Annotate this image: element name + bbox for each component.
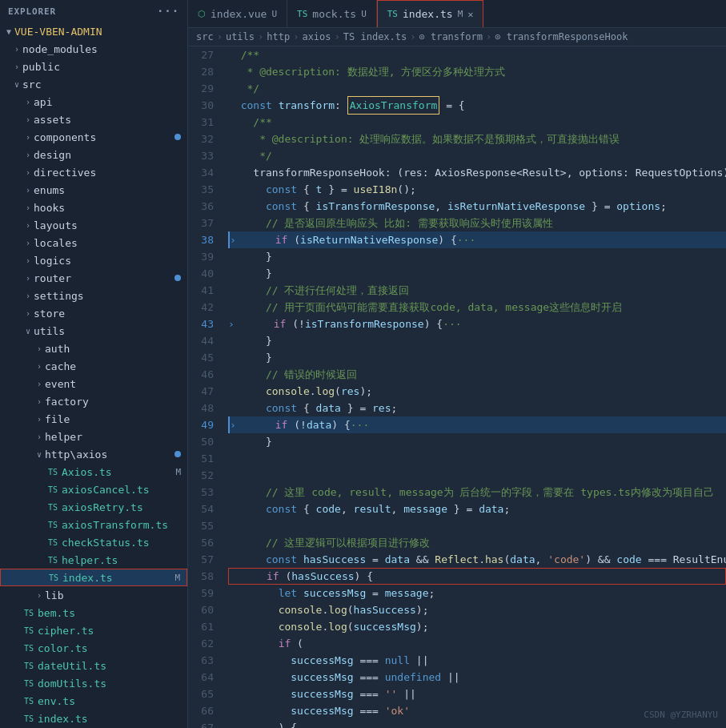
sidebar-item-settings[interactable]: › settings <box>0 287 187 304</box>
code-line-43: › if (!isTransformResponse) {··· <box>228 316 726 332</box>
sidebar-dots[interactable]: ··· <box>157 5 179 18</box>
http-axios-arrow: ∨ <box>34 450 45 459</box>
root-label: VUE-VBEN-ADMIN <box>14 26 102 38</box>
ln-38: 38 <box>195 231 214 248</box>
sidebar-item-assets[interactable]: › assets <box>0 111 187 128</box>
breadcrumb: src › utils › http › axios › TS index.ts… <box>188 28 726 46</box>
sidebar-item-Axios-ts[interactable]: TS Axios.ts M <box>0 463 187 481</box>
sidebar-item-checkStatus-ts[interactable]: TS checkStatus.ts <box>0 533 187 551</box>
sidebar-item-event[interactable]: › event <box>0 375 187 392</box>
sidebar-item-http-axios[interactable]: ∨ http\axios <box>0 445 187 463</box>
code-line-29: */ <box>228 80 726 97</box>
http-axios-label: http\axios <box>45 448 107 461</box>
sidebar-item-components[interactable]: › components <box>0 128 187 146</box>
sidebar-item-domUtils-ts[interactable]: TS domUtils.ts <box>0 674 187 692</box>
sidebar-item-axiosCancel-ts[interactable]: TS axiosCancel.ts <box>0 481 187 498</box>
sidebar-item-dateUtil-ts[interactable]: TS dateUtil.ts <box>0 657 187 674</box>
tab-close-icon[interactable]: ✕ <box>467 9 473 20</box>
fold-43[interactable]: › <box>228 316 235 332</box>
tab-mock-ts[interactable]: TS mock.ts U <box>287 0 377 27</box>
sidebar-item-logics[interactable]: › logics <box>0 251 187 269</box>
bc-utils: utils <box>226 31 255 42</box>
cache-arrow: › <box>34 362 45 371</box>
store-arrow: › <box>22 309 34 318</box>
sidebar-item-color-ts[interactable]: TS color.ts <box>0 639 187 657</box>
ln-37: 37 <box>195 215 214 231</box>
sidebar-item-layouts[interactable]: › layouts <box>0 216 187 234</box>
sidebar-item-src[interactable]: ∨ src <box>0 75 187 93</box>
vue-icon: ⬡ <box>198 9 206 19</box>
layouts-label: layouts <box>34 219 78 231</box>
ln-40: 40 <box>195 265 214 282</box>
sidebar-item-hooks[interactable]: › hooks <box>0 199 187 216</box>
assets-arrow: › <box>22 115 34 124</box>
sidebar-item-cipher-ts[interactable]: TS cipher.ts <box>0 621 187 639</box>
ln-47: 47 <box>195 383 214 400</box>
ln-59: 59 <box>195 585 214 601</box>
hooks-arrow: › <box>22 203 34 212</box>
sidebar-item-factory[interactable]: › factory <box>0 392 187 410</box>
main-editor: ⬡ index.vue U TS mock.ts U TS index.ts M… <box>188 0 726 728</box>
api-arrow: › <box>22 98 34 107</box>
code-line-55 <box>228 517 726 534</box>
code-line-45: } <box>228 349 726 366</box>
ln-64: 64 <box>195 669 214 686</box>
code-line-38: › if (isReturnNativeResponse) {··· <box>228 231 726 248</box>
code-line-30: const transform: AxiosTransform = { <box>228 97 726 114</box>
sidebar-item-index-ts2[interactable]: TS index.ts <box>0 710 187 727</box>
sidebar-item-cache[interactable]: › cache <box>0 357 187 375</box>
ts-icon-11: TS <box>22 662 35 670</box>
axiosTransform-ts-label: axiosTransform.ts <box>62 519 168 531</box>
Axios-ts-label: Axios.ts <box>62 466 112 478</box>
sidebar-item-directives[interactable]: › directives <box>0 163 187 181</box>
auth-label: auth <box>45 343 70 355</box>
code-line-57: const hasSuccess = data && Reflect.has(d… <box>228 551 726 568</box>
sidebar-item-axiosTransform-ts[interactable]: TS axiosTransform.ts <box>0 516 187 533</box>
sidebar-item-lib[interactable]: › lib <box>0 586 187 604</box>
env-ts-label: env.ts <box>38 695 75 707</box>
utils-arrow: ∨ <box>22 327 34 336</box>
sidebar-item-node_modules[interactable]: › node_modules <box>0 40 187 58</box>
tab-index-ts-main[interactable]: TS index.ts M ✕ <box>377 0 484 27</box>
public-label: public <box>22 61 60 73</box>
tab-index-vue[interactable]: ⬡ index.vue U <box>188 0 287 27</box>
sidebar-item-index-ts-selected[interactable]: TS index.ts M <box>0 569 187 586</box>
bc-src: src <box>196 31 214 42</box>
sidebar-item-helper[interactable]: › helper <box>0 428 187 445</box>
sidebar-item-design[interactable]: › design <box>0 146 187 163</box>
ln-58: 58 <box>195 568 214 585</box>
ts-icon-12: TS <box>22 679 35 688</box>
sidebar-item-router[interactable]: › router <box>0 269 187 287</box>
sidebar-item-file[interactable]: › file <box>0 410 187 428</box>
code-line-53: // 这里 code, result, message为 后台统一的字段，需要在… <box>228 484 726 501</box>
sidebar-item-utils[interactable]: ∨ utils <box>0 322 187 340</box>
code-line-34: transformResponseHook: (res: AxiosRespon… <box>228 164 726 181</box>
ts-icon-14: TS <box>22 714 35 723</box>
ln-33: 33 <box>195 147 214 164</box>
ln-62: 62 <box>195 635 214 652</box>
sidebar-item-bem-ts[interactable]: TS bem.ts <box>0 604 187 621</box>
auth-arrow: › <box>34 344 45 353</box>
bc-sep4: › <box>335 31 340 42</box>
sidebar-item-locales[interactable]: › locales <box>0 234 187 251</box>
sidebar-item-enums[interactable]: › enums <box>0 181 187 199</box>
sidebar-item-env-ts[interactable]: TS env.ts <box>0 692 187 710</box>
sidebar-item-axiosRetry-ts[interactable]: TS axiosRetry.ts <box>0 498 187 516</box>
ts-icon-9: TS <box>22 626 35 635</box>
router-dot <box>174 275 181 281</box>
sidebar-item-public[interactable]: › public <box>0 58 187 75</box>
ln-31: 31 <box>195 114 214 131</box>
ln-55: 55 <box>195 517 214 534</box>
sidebar-item-helper-ts[interactable]: TS helper.ts <box>0 551 187 569</box>
public-arrow: › <box>11 62 22 71</box>
sidebar-root[interactable]: ▼ VUE-VBEN-ADMIN <box>0 22 187 40</box>
fold-49[interactable]: › <box>230 416 236 433</box>
sidebar-item-api[interactable]: › api <box>0 93 187 111</box>
bc-hook: ⊙ transformResponseHook <box>495 31 628 42</box>
ln-61: 61 <box>195 618 214 635</box>
code-line-49: › if (!data) {··· <box>228 416 726 433</box>
fold-38[interactable]: › <box>230 231 236 248</box>
code-line-60: console.log(hasSuccess); <box>228 601 726 618</box>
sidebar-item-store[interactable]: › store <box>0 304 187 322</box>
sidebar-item-auth[interactable]: › auth <box>0 340 187 357</box>
